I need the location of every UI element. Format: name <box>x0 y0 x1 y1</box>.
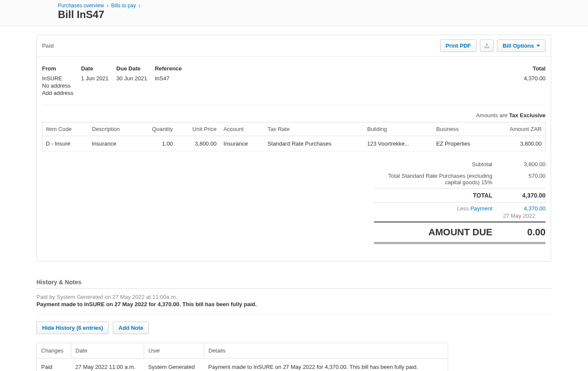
print-pdf-button[interactable]: Print PDF <box>440 40 476 52</box>
add-address-link[interactable]: Add address <box>42 90 73 97</box>
status-badge: Paid <box>42 43 54 49</box>
cell-tax-rate: Standard Rate Purchases <box>264 136 364 152</box>
cell-building: 123 Voortrekke... <box>364 136 433 152</box>
card-top-bar: Paid Print PDF Bill Options <box>37 35 551 57</box>
share-button[interactable] <box>480 40 494 52</box>
hist-cell-details: Payment made to InSURE on 27 May 2022 fo… <box>204 359 448 371</box>
hist-th-changes: Changes <box>37 343 71 359</box>
totals-block: Subtotal 3,800.00 Total Standard Rate Pu… <box>42 158 546 244</box>
history-section: History & Notes Paid by System Generated… <box>36 279 551 371</box>
th-building: Building <box>364 122 433 136</box>
meta-from: From InSURE No address Add address <box>42 65 73 97</box>
share-icon <box>484 43 490 49</box>
action-bar: Print PDF Bill Options <box>440 40 546 52</box>
less-prefix: Less <box>457 205 470 212</box>
line-items-table: Item Code Description Quantity Unit Pric… <box>42 122 546 152</box>
breadcrumb: Purchases overview › Bills to pay › <box>0 0 588 9</box>
due-value: 30 Jun 2021 <box>116 75 147 82</box>
breadcrumb-link-bills[interactable]: Bills to pay <box>111 3 136 9</box>
ref-label: Reference <box>155 65 182 75</box>
th-quantity: Quantity <box>137 122 176 136</box>
cell-business: EZ Properties <box>433 136 490 152</box>
total-row: TOTAL 4,370.00 <box>374 189 546 202</box>
cell-unit-price: 3,800.00 <box>176 136 220 152</box>
th-business: Business <box>433 122 490 136</box>
tax-row: Total Standard Rate Purchases (excluding… <box>374 170 546 188</box>
page-title: Bill InS47 <box>0 9 588 22</box>
bill-options-button[interactable]: Bill Options <box>497 40 546 52</box>
history-summary-detail: Payment made to InSURE on 27 May 2022 fo… <box>36 300 551 315</box>
card-body: From InSURE No address Add address Date … <box>37 57 551 261</box>
cell-item-code: D - Insure <box>42 136 89 152</box>
bill-card: Paid Print PDF Bill Options From InSURE <box>36 35 551 262</box>
bill-options-label: Bill Options <box>503 43 534 49</box>
meta-date: Date 1 Jun 2021 <box>81 65 109 97</box>
tax-label: Total Standard Rate Purchases (excluding… <box>374 173 503 186</box>
from-no-address: No address <box>42 82 73 90</box>
subtotal-value: 3,800.00 <box>503 161 546 167</box>
breadcrumb-link-purchases[interactable]: Purchases overview <box>58 3 104 9</box>
cell-amount: 3,800.00 <box>490 136 545 152</box>
hist-th-date: Date <box>71 343 144 359</box>
subtotal-row: Subtotal 3,800.00 <box>374 158 546 170</box>
due-label: Due Date <box>116 65 147 75</box>
cell-description: Insurance <box>88 136 137 152</box>
amount-due-label: AMOUNT DUE <box>374 227 503 238</box>
history-actions: Hide History (6 entries) Add Note <box>36 322 551 334</box>
from-label: From <box>42 65 73 75</box>
history-summary-meta: Paid by System Generated on 27 May 2022 … <box>36 294 551 300</box>
history-row: Paid 27 May 2022 11:00 a.m. System Gener… <box>37 359 448 371</box>
from-link[interactable]: InSURE <box>42 75 73 82</box>
total-label-final: TOTAL <box>374 192 503 199</box>
date-value: 1 Jun 2021 <box>81 75 109 82</box>
subtotal-label: Subtotal <box>374 161 503 167</box>
history-title: History & Notes <box>36 279 551 289</box>
th-unit-price: Unit Price <box>176 122 220 136</box>
hist-cell-changes: Paid <box>37 359 71 371</box>
history-table: Changes Date User Details Paid 27 May 20… <box>36 343 448 371</box>
hist-cell-date: 27 May 2022 11:00 a.m. <box>71 359 144 371</box>
meta-total: Total 4,370.00 <box>524 65 546 97</box>
less-date: 27 May 2022 <box>374 213 546 222</box>
total-label: Total <box>524 65 546 75</box>
total-value-final: 4,370.00 <box>503 192 546 199</box>
hide-history-button[interactable]: Hide History (6 entries) <box>36 322 109 334</box>
th-tax-rate: Tax Rate <box>264 122 364 136</box>
amount-due-value: 0.00 <box>503 227 546 238</box>
hist-th-user: User <box>144 343 204 359</box>
hist-th-details: Details <box>204 343 448 359</box>
table-header-row: Item Code Description Quantity Unit Pric… <box>42 122 546 136</box>
tax-note-prefix: Amounts are <box>476 112 509 119</box>
th-description: Description <box>88 122 137 136</box>
hist-cell-user: System Generated <box>144 359 204 371</box>
th-amount: Amount ZAR <box>490 122 545 136</box>
add-note-button[interactable]: Add Note <box>113 322 149 334</box>
table-row: D - Insure Insurance 1.00 3,800.00 Insur… <box>42 136 546 152</box>
meta-due: Due Date 30 Jun 2021 <box>116 65 147 97</box>
breadcrumb-sep: › <box>137 3 142 9</box>
cell-account: Insurance <box>220 136 264 152</box>
ref-value: InS47 <box>155 75 182 82</box>
meta-reference: Reference InS47 <box>155 65 182 97</box>
cell-quantity: 1.00 <box>137 136 176 152</box>
history-header-row: Changes Date User Details <box>37 343 448 359</box>
breadcrumb-sep: › <box>106 3 110 9</box>
chevron-down-icon <box>537 45 540 47</box>
payment-link[interactable]: Payment <box>470 205 492 212</box>
meta-row: From InSURE No address Add address Date … <box>42 65 546 105</box>
date-label: Date <box>81 65 109 75</box>
th-account: Account <box>220 122 264 136</box>
page-header: Purchases overview › Bills to pay › Bill… <box>0 0 588 26</box>
tax-value: 570.00 <box>503 173 546 186</box>
less-value[interactable]: 4,370.00 <box>503 205 546 212</box>
tax-note-bold: Tax Exclusive <box>509 112 546 119</box>
tax-note: Amounts are Tax Exclusive <box>42 110 546 122</box>
total-value: 4,370.00 <box>524 75 546 82</box>
amount-due-row: AMOUNT DUE 0.00 <box>374 222 546 244</box>
th-item-code: Item Code <box>42 122 89 136</box>
